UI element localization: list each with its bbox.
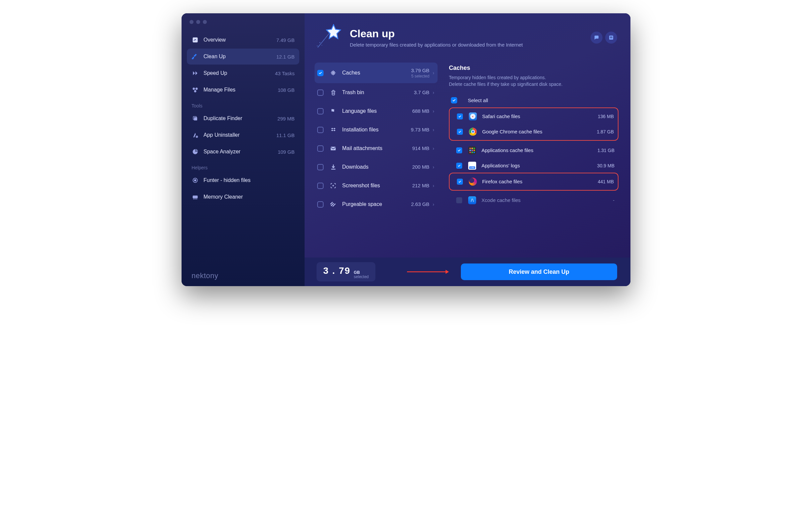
minimize-dot[interactable] [196,20,200,24]
category-label: Trash bin [342,89,414,95]
arrow-annotation [383,269,453,275]
total-sub: selected [354,275,369,279]
ram-icon [192,193,199,200]
category-label: Language files [342,108,412,114]
page-title: Clean up [350,28,523,40]
category-purgeable-space[interactable]: Purgeable space2.63 GB› [315,195,438,214]
svg-rect-11 [193,199,194,200]
chevron-right-icon: › [433,108,434,114]
category-checkbox[interactable] [317,127,323,133]
category-mail-attachments[interactable]: Mail attachments914 MB› [315,139,438,158]
file-label: Safari cache files [482,113,598,119]
chevron-right-icon: › [433,70,434,76]
category-checkbox[interactable] [317,164,323,170]
detail-subtitle: Temporary hidden files created by applic… [449,74,618,88]
window-controls [181,20,304,32]
file-size: 1.87 GB [597,129,614,134]
total-number: 3 . 79 [323,266,350,276]
category-checkbox[interactable] [317,70,323,76]
category-size: 200 MB [412,164,430,170]
file-row-safari-cache-files[interactable]: Safari cache files136 MB [450,109,618,124]
category-size: 212 MB [412,183,430,188]
nav-size: 108 GB [278,87,295,93]
highlight-annotation: Firefox cache files441 MB [449,173,618,191]
nav-label: App Uninstaller [203,132,276,138]
select-all-checkbox[interactable] [451,97,457,104]
file-checkbox[interactable] [456,163,462,169]
svg-rect-12 [195,199,195,200]
firefox-icon [469,177,477,186]
trash-icon [329,89,337,96]
nav-size: 43 Tasks [275,71,295,76]
helpers-item-funter-hidden-files[interactable]: Funter - hidden files [187,172,299,188]
file-label: Applications cache files [482,147,598,153]
category-checkbox[interactable] [317,108,323,114]
category-label: Installation files [342,127,411,133]
file-row-google-chrome-cache-files[interactable]: Google Chrome cache files1.87 GB [450,124,618,139]
file-size: 441 MB [598,179,614,184]
file-label: Firefox cache files [482,179,598,184]
chip-icon [329,69,337,77]
helpers-section-label: Helpers [181,160,304,172]
category-installation-files[interactable]: Installation files9.73 MB› [315,120,438,139]
tools-item-space-analyzer[interactable]: Space Analyzer109 GB [187,144,299,160]
category-selected-hint: 5 selected [411,74,429,79]
select-all-row[interactable]: Select all [451,97,618,104]
category-caches[interactable]: Caches3.79 GB5 selected› [315,62,438,83]
fastforward-icon [192,70,199,77]
helpers-item-memory-cleaner[interactable]: Memory Cleaner [187,189,299,205]
footer-bar: 3 . 79 GB selected Review and Clean Up [304,257,631,286]
svg-point-19 [322,45,322,46]
news-button[interactable] [605,32,617,44]
category-checkbox[interactable] [317,145,323,152]
category-checkbox[interactable] [317,183,323,189]
svg-rect-31 [331,147,336,151]
tools-section-label: Tools [181,99,304,110]
nav-size: 109 GB [278,149,295,155]
file-label: Applications' logs [482,163,597,168]
svg-point-17 [317,46,318,46]
category-checkbox[interactable] [317,89,323,96]
nav-label: Space Analyzer [203,149,278,155]
file-checkbox[interactable] [457,129,463,135]
sidebar-item-manage-files[interactable]: Manage Files108 GB [187,82,299,98]
file-label: Google Chrome cache files [482,129,597,134]
sidebar-item-overview[interactable]: Overview7.49 GB [187,32,299,48]
nav-size: 7.49 GB [276,37,295,43]
category-label: Screenshot files [342,183,412,189]
category-language-files[interactable]: Language files688 MB› [315,102,438,120]
tools-item-duplicate-finder[interactable]: Duplicate Finder299 MB [187,110,299,127]
broom-icon [192,53,199,60]
category-downloads[interactable]: Downloads200 MB› [315,158,438,176]
main-panel: Clean up Delete temporary files created … [304,13,631,286]
file-row-applications-logs[interactable]: LOGApplications' logs30.9 MB [449,158,618,173]
nav-size: 11.1 GB [276,132,295,138]
zoom-dot[interactable] [203,20,207,24]
review-cleanup-button[interactable]: Review and Clean Up [461,264,617,280]
category-checkbox[interactable] [317,201,323,208]
sidebar-item-clean-up[interactable]: Clean Up12.1 GB [187,49,299,64]
category-trash-bin[interactable]: Trash bin3.7 GB› [315,83,438,102]
chevron-right-icon: › [433,183,434,188]
svg-rect-22 [610,37,612,38]
file-row-firefox-cache-files[interactable]: Firefox cache files441 MB [450,174,618,189]
nav-label: Overview [203,37,276,43]
gauge-icon [192,36,199,44]
total-selected-box: 3 . 79 GB selected [317,262,375,281]
file-checkbox[interactable] [456,147,462,153]
category-size: 688 MB [412,108,430,114]
tools-item-app-uninstaller[interactable]: App Uninstaller11.1 GB [187,127,299,143]
detail-panel: Caches Temporary hidden files created by… [441,56,631,257]
file-checkbox[interactable] [457,179,463,185]
category-screenshot-files[interactable]: Screenshot files212 MB› [315,176,438,195]
flag-icon [329,107,337,115]
file-row-xcode-cache-files: Xcode cache files- [449,193,618,208]
file-checkbox[interactable] [457,113,463,119]
page-subtitle: Delete temporary files created by applic… [350,42,523,48]
svg-rect-4 [194,117,197,120]
close-dot[interactable] [190,20,194,24]
category-list: Caches3.79 GB5 selected›Trash bin3.7 GB›… [304,56,441,257]
file-row-applications-cache-files[interactable]: Applications cache files1.31 GB [449,143,618,158]
chat-button[interactable] [590,32,603,44]
sidebar-item-speed-up[interactable]: Speed Up43 Tasks [187,65,299,81]
